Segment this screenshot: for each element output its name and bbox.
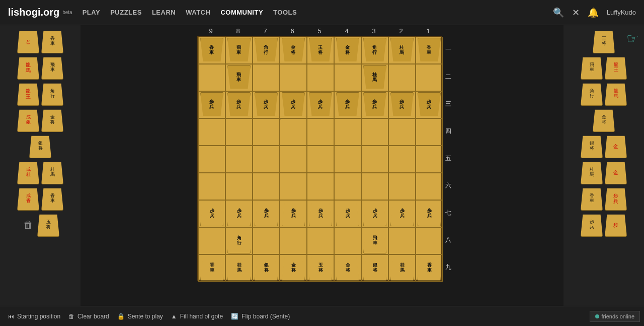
board-cell[interactable]: 歩兵: [334, 200, 361, 227]
board-cell[interactable]: 香車: [416, 37, 443, 64]
board-cell[interactable]: 歩兵: [198, 91, 225, 118]
board-piece[interactable]: 角行: [255, 38, 278, 63]
fill-hand-btn[interactable]: ▲ Fill hand of gote: [167, 311, 227, 322]
starting-position-btn[interactable]: ⏮ Starting position: [4, 311, 64, 322]
board-piece[interactable]: 角行: [227, 228, 251, 253]
right-piece-lance[interactable]: 香車: [581, 186, 603, 211]
board-cell[interactable]: [253, 173, 280, 200]
right-piece-silver[interactable]: 銀将: [581, 134, 603, 158]
board-cell[interactable]: 飛車: [361, 227, 388, 254]
trash-icon[interactable]: 🗑: [21, 217, 35, 233]
board-cell[interactable]: [334, 227, 361, 254]
board-cell[interactable]: [334, 146, 361, 173]
board-cell[interactable]: 歩兵: [253, 200, 280, 227]
board-cell[interactable]: 桂馬: [361, 64, 388, 91]
board-cell[interactable]: 香車: [416, 254, 443, 282]
board-cell[interactable]: 玉将: [307, 254, 334, 282]
board-piece[interactable]: 飛車: [227, 38, 251, 63]
board-cell[interactable]: [198, 118, 225, 146]
board-cell[interactable]: [307, 173, 334, 200]
piece-p11[interactable]: 成香: [17, 186, 39, 211]
board-piece[interactable]: 金将: [282, 38, 305, 63]
right-piece-gold[interactable]: 金将: [593, 108, 615, 132]
right-piece-prom-bishop[interactable]: 龍馬: [605, 82, 627, 106]
board-cell[interactable]: [198, 173, 225, 200]
board-cell[interactable]: 金将: [280, 254, 307, 282]
board-piece[interactable]: 歩兵: [309, 92, 332, 117]
board-cell[interactable]: 角行: [225, 227, 253, 254]
piece-p4[interactable]: 龍王: [17, 82, 39, 106]
board-cell[interactable]: 歩兵: [361, 91, 388, 118]
board-piece[interactable]: 歩兵: [363, 201, 386, 226]
board-cell[interactable]: [334, 173, 361, 200]
board-cell[interactable]: [307, 227, 334, 254]
piece-p12[interactable]: 香車: [41, 186, 63, 211]
board-cell[interactable]: [388, 118, 416, 146]
board-cell[interactable]: [253, 146, 280, 173]
board-piece[interactable]: 歩兵: [200, 201, 223, 226]
board-cell[interactable]: [253, 118, 280, 146]
piece-p10[interactable]: 桂馬: [41, 160, 63, 184]
board-cell[interactable]: 歩兵: [416, 200, 443, 227]
board-cell[interactable]: 歩兵: [361, 200, 388, 227]
clear-board-btn[interactable]: 🗑 Clear board: [64, 311, 113, 322]
board-piece[interactable]: 玉将: [309, 38, 332, 63]
board-cell[interactable]: [198, 227, 225, 254]
board-piece[interactable]: 飛車: [227, 65, 251, 90]
board-cell[interactable]: [307, 118, 334, 146]
board-cell[interactable]: 歩兵: [280, 200, 307, 227]
board-cell[interactable]: [280, 173, 307, 200]
board-piece[interactable]: 歩兵: [227, 201, 251, 226]
board-piece[interactable]: 歩兵: [255, 92, 278, 117]
board-cell[interactable]: 金将: [334, 254, 361, 282]
search-icon[interactable]: 🔍: [553, 7, 564, 18]
board-cell[interactable]: 歩兵: [334, 91, 361, 118]
board-piece[interactable]: 香車: [418, 255, 441, 281]
board-piece[interactable]: 銀将: [363, 255, 386, 281]
board-piece[interactable]: 桂馬: [390, 38, 414, 63]
board-cell[interactable]: 歩兵: [253, 91, 280, 118]
piece-king[interactable]: 玉将: [37, 213, 59, 237]
right-piece-pawn-red[interactable]: 歩兵: [605, 186, 627, 211]
nav-tools[interactable]: TOOLS: [273, 9, 297, 16]
piece-lance-left[interactable]: 香車: [41, 29, 63, 53]
board-cell[interactable]: 桂馬: [388, 37, 416, 64]
right-piece-rook[interactable]: 飛車: [581, 55, 603, 80]
board-cell[interactable]: [225, 146, 253, 173]
board-cell[interactable]: 歩兵: [307, 200, 334, 227]
board-cell[interactable]: [225, 118, 253, 146]
board-cell[interactable]: [253, 227, 280, 254]
board-cell[interactable]: 飛車: [225, 37, 253, 64]
board-cell[interactable]: [361, 173, 388, 200]
board-cell[interactable]: 金将: [334, 37, 361, 64]
right-piece-prom-rook[interactable]: 龍王: [605, 55, 627, 80]
right-piece-pawn[interactable]: 歩兵: [581, 213, 603, 237]
board-cell[interactable]: [198, 146, 225, 173]
board-piece[interactable]: 歩兵: [336, 201, 359, 226]
board-cell[interactable]: [334, 118, 361, 146]
board-cell[interactable]: 歩兵: [416, 91, 443, 118]
board-piece[interactable]: 銀将: [255, 255, 278, 281]
board-cell[interactable]: [307, 146, 334, 173]
board-piece[interactable]: 金将: [282, 255, 305, 281]
board-cell[interactable]: 銀将: [361, 254, 388, 282]
nav-puzzles[interactable]: PUZZLES: [110, 9, 142, 16]
board-cell[interactable]: 歩兵: [225, 91, 253, 118]
piece-p8[interactable]: 銀将: [29, 134, 51, 158]
board-piece[interactable]: 歩兵: [390, 92, 414, 117]
right-piece-gold3[interactable]: 金: [605, 160, 627, 184]
board-cell[interactable]: 角行: [253, 37, 280, 64]
board-piece[interactable]: 桂馬: [363, 65, 386, 90]
board-piece[interactable]: 歩兵: [309, 201, 332, 226]
bell-icon[interactable]: 🔔: [588, 7, 599, 18]
right-piece-king[interactable]: 王将: [593, 29, 615, 53]
board-piece[interactable]: 歩兵: [363, 92, 386, 117]
board-piece[interactable]: 玉将: [309, 255, 332, 281]
piece-p6[interactable]: 成銀: [17, 108, 39, 132]
board-cell[interactable]: 歩兵: [198, 200, 225, 227]
board-cell[interactable]: 歩兵: [280, 91, 307, 118]
sente-to-play-btn[interactable]: 🔒 Sente to play: [113, 311, 167, 322]
piece-p7[interactable]: 金将: [41, 108, 63, 132]
board-cell[interactable]: [416, 146, 443, 173]
board-cell[interactable]: [416, 227, 443, 254]
